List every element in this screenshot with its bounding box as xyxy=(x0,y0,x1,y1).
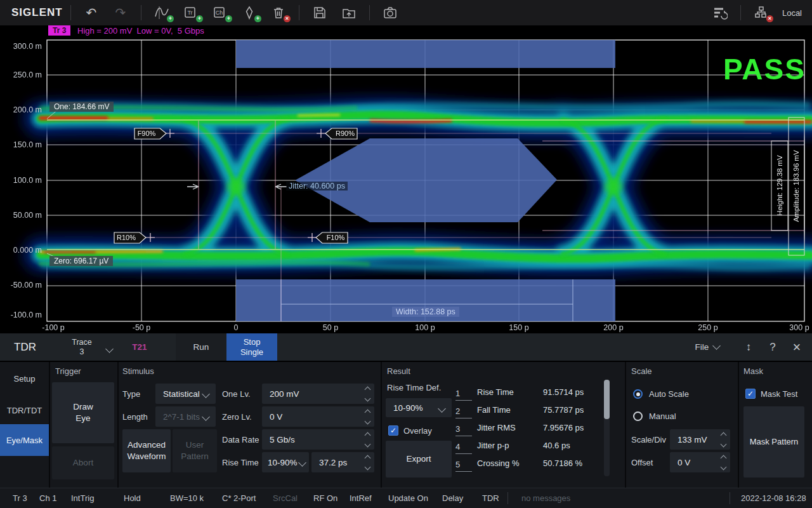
manual-scale-radio[interactable] xyxy=(633,411,643,421)
delete-button[interactable]: × xyxy=(264,2,293,23)
svg-text:0.000 m: 0.000 m xyxy=(13,246,42,255)
trace-badge[interactable]: Tr 3 xyxy=(48,25,70,36)
offset-input[interactable]: 0 V xyxy=(670,452,730,472)
folder-recall-icon xyxy=(342,6,356,20)
undo-button[interactable]: ↶ xyxy=(77,2,106,23)
mask-pattern-button[interactable]: Mask Pattern xyxy=(743,406,804,478)
status-hold: Hold xyxy=(124,488,141,508)
auto-scale-radio[interactable] xyxy=(633,389,643,399)
trace-selector-label: Trace xyxy=(72,338,92,347)
local-mode-label: Local xyxy=(782,8,802,18)
type-dropdown[interactable]: Statistical xyxy=(155,384,216,404)
length-dropdown[interactable]: 2^7-1 bits xyxy=(155,406,216,427)
status-bar: Tr 3 Ch 1 IntTrig Hold BW=10 k C* 2-Port… xyxy=(0,488,812,508)
spin-down-icon xyxy=(365,418,371,424)
save-button[interactable] xyxy=(305,2,334,23)
marker-r10: R10% xyxy=(117,234,136,241)
user-pattern-label: User Pattern xyxy=(177,439,213,462)
spinner[interactable] xyxy=(365,429,370,450)
result-row-4: 4 Jitter p-p 40.6 ps xyxy=(455,436,604,454)
spinner[interactable] xyxy=(365,452,370,472)
toolbar-divider xyxy=(299,5,299,20)
row-name: Jitter p-p xyxy=(472,441,543,450)
add-trace-button[interactable]: Tr + xyxy=(176,2,206,23)
one-level-value: 200 mV xyxy=(270,389,299,399)
spinner[interactable] xyxy=(365,406,370,427)
tab-trace-t21[interactable]: T21 xyxy=(126,333,154,361)
spin-up-icon xyxy=(365,409,371,415)
sidebar-item-eye-mask[interactable]: Eye/Mask xyxy=(0,424,49,456)
svg-text:100 p: 100 p xyxy=(415,323,435,332)
export-button[interactable]: Export xyxy=(386,441,452,478)
result-scrollbar[interactable] xyxy=(604,380,610,476)
draw-eye-button[interactable]: Draw Eye xyxy=(52,382,114,443)
scale-div-input[interactable]: 133 mV xyxy=(670,429,730,450)
length-value: 2^7-1 bits xyxy=(163,412,200,422)
spin-down-icon xyxy=(721,464,727,470)
run-button[interactable]: Run xyxy=(176,333,226,361)
app-title: TDR xyxy=(14,333,36,361)
rise-time-def-dropdown[interactable]: 10-90% xyxy=(262,452,309,472)
trace-selector-dropdown[interactable]: Trace 3 xyxy=(62,333,102,361)
overlay-label: Overlay xyxy=(403,425,432,436)
add-marker-button[interactable]: + xyxy=(235,2,264,23)
mask-test-checkbox[interactable]: ✓ xyxy=(745,389,756,399)
add-badge-icon: + xyxy=(254,15,261,22)
add-badge-icon: + xyxy=(196,15,203,22)
marker-r90: R90% xyxy=(336,130,355,137)
chevron-down-icon xyxy=(713,342,721,350)
status-cal-ports: C* 2-Port xyxy=(222,488,256,508)
preset-list-button[interactable] xyxy=(705,2,735,23)
expand-panel-button[interactable]: ↕ xyxy=(737,333,760,361)
tdr-tab-bar: TDR Trace 3 T21 Run Stop Single File ↕ ?… xyxy=(0,333,812,361)
svg-text:Ch: Ch xyxy=(216,10,223,16)
svg-text:200.0 m: 200.0 m xyxy=(13,105,42,114)
one-level-readout: One: 184.66 mV xyxy=(49,102,114,112)
status-ref: IntRef xyxy=(350,488,372,508)
abort-button[interactable]: Abort xyxy=(52,446,114,479)
single-label: Single xyxy=(240,347,263,358)
zero-level-input[interactable]: 0 V xyxy=(262,406,374,427)
offset-value: 0 V xyxy=(678,458,690,467)
row-name: Fall Time xyxy=(472,405,543,415)
add-channel-button[interactable]: Ch + xyxy=(206,2,235,23)
spinner[interactable] xyxy=(721,429,726,450)
data-rate-input[interactable]: 5 Gb/s xyxy=(262,429,374,450)
status-bandwidth: BW=10 k xyxy=(170,488,204,508)
recall-button[interactable] xyxy=(334,2,363,23)
rise-time-def-value: 10-90% xyxy=(268,458,298,467)
close-panel-button[interactable]: × xyxy=(785,333,808,361)
manual-scale-label: Manual xyxy=(649,411,676,421)
status-message: no messages xyxy=(521,488,570,508)
spinner[interactable] xyxy=(365,384,370,404)
scrollbar-thumb[interactable] xyxy=(604,380,610,419)
add-formula-trace-button[interactable]: + xyxy=(147,2,176,23)
amplitude-label: Amplitude: 183.96 mV xyxy=(792,150,800,222)
advanced-waveform-button[interactable]: Advanced Waveform xyxy=(122,429,171,472)
spin-up-icon xyxy=(365,432,371,438)
network-status-button[interactable]: × xyxy=(747,2,776,23)
rise-time-input[interactable]: 37.2 ps xyxy=(311,452,374,472)
status-channel: Ch 1 xyxy=(39,488,56,508)
redo-button[interactable]: ↷ xyxy=(106,2,135,23)
sidebar-item-setup[interactable]: Setup xyxy=(0,364,49,392)
row-number: 5 xyxy=(455,454,472,472)
row-value: 7.95676 ps xyxy=(543,423,604,432)
one-level-label: One Lv. xyxy=(222,384,251,404)
data-rate-label: Data Rate xyxy=(222,429,259,450)
screenshot-button[interactable] xyxy=(376,2,405,23)
status-divider xyxy=(508,492,508,504)
overlay-checkbox[interactable]: ✓ xyxy=(388,425,398,436)
instrument-screen: Height: 129.38 mV Amplitude: 183.96 mV F… xyxy=(0,0,812,508)
spinner[interactable] xyxy=(721,452,726,472)
help-button[interactable]: ? xyxy=(761,333,784,361)
section-divider xyxy=(625,362,626,488)
sidebar-item-tdr-tdt[interactable]: TDR/TDT xyxy=(0,396,49,424)
result-rise-def-dropdown[interactable]: 10-90% xyxy=(386,398,452,417)
one-level-input[interactable]: 200 mV xyxy=(262,384,374,404)
stop-single-button[interactable]: Stop Single xyxy=(226,333,277,361)
auto-scale-label: Auto Scale xyxy=(649,389,689,399)
zero-level-readout: Zero: 696.17 µV xyxy=(49,256,113,266)
file-menu-button[interactable]: File xyxy=(686,333,728,361)
user-pattern-button[interactable]: User Pattern xyxy=(173,429,217,472)
